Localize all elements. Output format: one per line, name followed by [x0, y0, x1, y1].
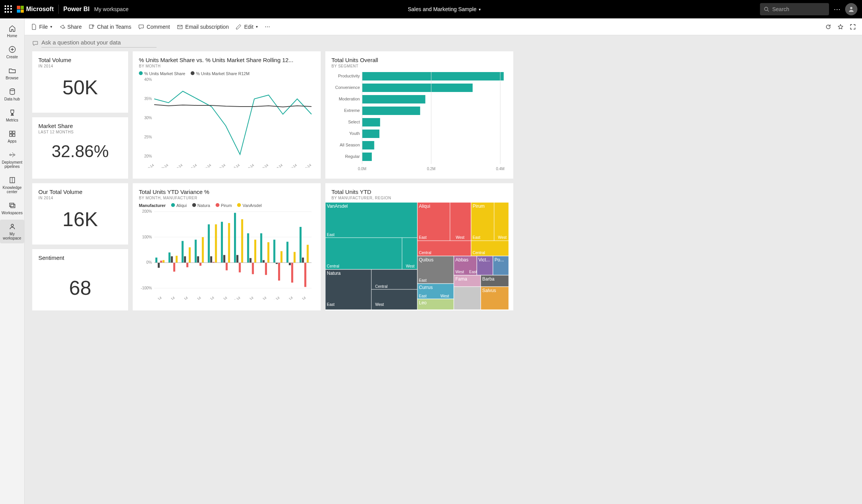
svg-point-10 — [13, 154, 15, 156]
svg-text:200%: 200% — [142, 209, 152, 213]
svg-text:Regular: Regular — [345, 154, 360, 159]
nav-home[interactable]: Home — [0, 21, 24, 41]
app-launcher-icon[interactable] — [5, 5, 12, 13]
tile-market-share[interactable]: Market Share LAST 12 MONTHS 32.86% — [32, 117, 128, 179]
email-sub-button[interactable]: Email subscription — [177, 24, 229, 30]
file-menu[interactable]: File▾ — [31, 24, 52, 30]
svg-rect-86 — [267, 242, 269, 263]
svg-rect-61 — [202, 237, 204, 263]
refresh-icon[interactable] — [825, 24, 831, 30]
nav-myworkspace[interactable]: My workspace — [0, 220, 24, 243]
more-icon[interactable]: ⋯ — [265, 24, 270, 30]
svg-rect-64 — [210, 256, 212, 263]
svg-text:Nov-14: Nov-14 — [286, 163, 298, 168]
tile-our-volume[interactable]: Our Total Volume IN 2014 16K — [32, 183, 128, 245]
svg-text:Sep-14: Sep-14 — [256, 296, 267, 300]
svg-rect-141 — [471, 202, 509, 256]
svg-rect-96 — [293, 252, 295, 263]
tile-title: Total Units YTD — [331, 189, 507, 195]
tile-tuy-var[interactable]: Total Units YTD Variance % BY MONTH, MAN… — [133, 183, 321, 310]
nav-metrics[interactable]: Metrics — [0, 106, 24, 125]
chart-legend: Manufacturer Aliqui Natura Pirum VanArsd… — [139, 203, 315, 208]
svg-text:Aug-14: Aug-14 — [244, 163, 255, 168]
svg-text:West: West — [498, 235, 507, 240]
svg-text:All Season: All Season — [340, 143, 360, 147]
workspace-name[interactable]: My workspace — [94, 6, 128, 12]
svg-text:Feb-14: Feb-14 — [164, 296, 175, 300]
avatar[interactable] — [845, 3, 857, 15]
plus-circle-icon — [8, 46, 16, 53]
svg-rect-73 — [234, 213, 236, 263]
nav-deploy[interactable]: Deployment pipelines — [0, 148, 24, 172]
edit-button[interactable]: Edit▾ — [236, 24, 257, 30]
line-chart: 20%25%30%35%40%Jan-14Feb-14Mar-14Apr-14M… — [139, 76, 315, 168]
nav-datahub[interactable]: Data hub — [0, 85, 24, 104]
search-input[interactable]: Search — [760, 3, 829, 15]
svg-rect-70 — [226, 263, 227, 270]
svg-rect-79 — [249, 258, 251, 263]
svg-text:Productivity: Productivity — [338, 74, 360, 78]
svg-text:Barba: Barba — [482, 276, 494, 282]
chat-teams-button[interactable]: Chat in Teams — [89, 24, 131, 30]
svg-text:Youth: Youth — [349, 131, 360, 136]
tile-total-volume[interactable]: Total Volume IN 2014 50K — [32, 51, 128, 113]
tile-subtitle: IN 2014 — [38, 196, 122, 200]
fullscreen-icon[interactable] — [850, 24, 856, 30]
nav-workspaces[interactable]: Workspaces — [0, 199, 24, 218]
tile-title: Market Share — [38, 123, 122, 129]
nav-learn[interactable]: Knowledge center — [0, 173, 24, 197]
svg-rect-115 — [362, 130, 379, 138]
svg-text:Nov-14: Nov-14 — [282, 296, 293, 300]
tile-ums-line[interactable]: % Units Market Share vs. % Units Market … — [133, 51, 321, 179]
nav-browse[interactable]: Browse — [0, 64, 24, 83]
svg-line-1 — [768, 10, 769, 12]
nav-apps[interactable]: Apps — [0, 127, 24, 146]
svg-text:Oct-14: Oct-14 — [270, 296, 280, 300]
star-icon[interactable] — [837, 24, 844, 30]
svg-rect-90 — [278, 263, 280, 281]
tile-value: 16K — [38, 208, 122, 231]
tile-sentiment[interactable]: Sentiment 68 — [32, 249, 128, 310]
svg-text:May-14: May-14 — [200, 163, 212, 168]
folder-icon — [8, 67, 16, 74]
svg-text:Select: Select — [348, 120, 360, 124]
svg-text:Abbas: Abbas — [455, 257, 468, 263]
svg-text:May-14: May-14 — [203, 296, 215, 300]
topbar: Microsoft Power BI My workspace Sales an… — [0, 0, 862, 18]
svg-rect-44 — [158, 263, 160, 268]
svg-rect-100 — [304, 263, 306, 287]
svg-rect-63 — [208, 224, 210, 263]
comment-button[interactable]: Comment — [138, 24, 170, 30]
svg-rect-58 — [195, 240, 197, 263]
book-icon — [8, 176, 16, 184]
svg-text:Jan-14: Jan-14 — [144, 163, 155, 168]
database-icon — [8, 88, 16, 95]
report-title[interactable]: Sales and Marketing Sample — [408, 6, 476, 12]
svg-text:Pirum: Pirum — [473, 204, 485, 209]
tile-subtitle: BY MONTH, MANUFACTURER — [139, 196, 315, 200]
svg-rect-8 — [13, 134, 15, 136]
svg-text:Moderation: Moderation — [339, 97, 360, 101]
nav-create[interactable]: Create — [0, 43, 24, 62]
svg-rect-59 — [197, 256, 199, 263]
svg-rect-46 — [163, 260, 165, 263]
svg-rect-68 — [221, 222, 223, 263]
tile-treemap[interactable]: Total Units YTD BY MANUFACTURER, REGION … — [325, 183, 513, 310]
svg-rect-51 — [176, 256, 178, 263]
svg-rect-84 — [263, 260, 265, 263]
svg-rect-119 — [362, 153, 372, 161]
svg-text:West: West — [456, 235, 465, 240]
person-icon — [848, 6, 854, 12]
tile-tuo-bar[interactable]: Total Units Overall BY SEGMENT Productiv… — [325, 51, 513, 179]
share-button[interactable]: Share — [59, 24, 82, 30]
svg-rect-69 — [223, 255, 225, 263]
svg-rect-111 — [362, 107, 420, 115]
trophy-icon — [8, 109, 16, 117]
chevron-down-icon[interactable]: ▾ — [479, 7, 481, 11]
svg-text:Central: Central — [473, 251, 485, 255]
svg-rect-98 — [300, 227, 302, 263]
svg-text:Po...: Po... — [494, 257, 504, 263]
more-icon[interactable]: ⋯ — [834, 5, 841, 13]
svg-text:Dec-14: Dec-14 — [295, 296, 307, 300]
qna-input[interactable]: Ask a question about your data — [25, 35, 862, 51]
